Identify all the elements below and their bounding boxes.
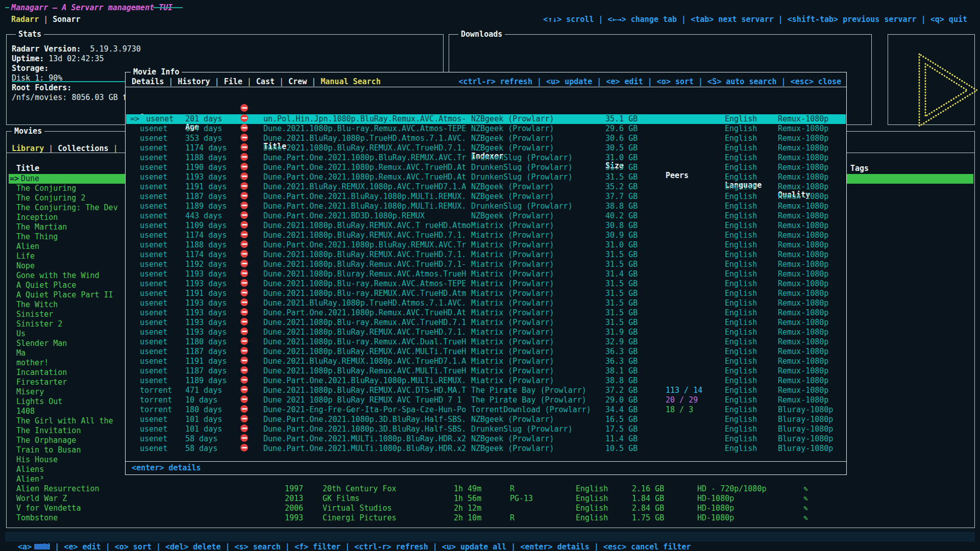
movie-title: Train to Busan [16,445,81,455]
release-source: usenet [140,434,167,444]
servarr-tab-radarr[interactable]: Radarr [11,15,39,24]
movie-info-tab-file[interactable]: File [224,77,242,86]
movies-tab-library[interactable]: Library [12,144,44,153]
movie-list-item[interactable]: World War Z2013GK Films1h 56mPG-13Englis… [9,494,973,504]
search-result-row[interactable]: usenet1174 daysDune.2021.1080p.BluRay.RE… [126,231,846,240]
search-result-row[interactable]: usenet1193 daysDune.2021.1080p.Blu-ray.R… [126,279,846,289]
movie-list-item[interactable]: Alien³ [9,474,973,484]
release-title: Dune.Part.One.2021.BluRay.1080p.MULTi.RE… [263,192,471,202]
stats-panel-title: Stats [16,30,44,39]
release-quality: Remux-1080p [778,269,828,279]
release-title: Dune.2021.1080p.BluRay.REMUX.AVC.TrueHD.… [263,328,471,337]
movie-runtime: 1h 49m [454,484,481,494]
release-indexer: NZBgeek (Prowlarr) [471,415,554,424]
search-result-row[interactable]: usenet1193 daysDune.2021.1080p.Bluray.Re… [126,269,846,279]
release-title: Dune.2021.BluRay.1080p.TrueHD.Atmos.7.1.… [263,134,471,143]
rejected-icon [240,202,248,209]
radarr-version-value: 5.19.3.9730 [90,44,140,54]
release-indexer: NZBgeek (Prowlarr) [471,444,554,454]
search-result-row[interactable]: usenet1187 daysDune.Part.One.2021.BluRay… [126,192,846,202]
root-folder-value: /nfs/movies: 8056.03 GB f [12,93,127,103]
search-result-row[interactable]: usenet1193 daysDune.2021.1080p.Blu-ray.R… [126,318,846,328]
release-size: 31.5 GB [605,172,638,182]
release-language: English [725,172,757,182]
release-quality: Remux-1080p [778,298,828,308]
movies-tab-collections[interactable]: Collections [58,144,108,153]
search-result-row[interactable]: usenet1191 daysDune.2021.1080p.Blu-ray.R… [126,289,846,298]
search-result-row[interactable]: usenet1193 daysDune.Part.One.2021.1080p.… [126,172,846,182]
movie-title: Ma [16,348,26,358]
movie-info-tab-history[interactable]: History [178,77,210,86]
search-result-row[interactable]: usenet1109 daysDune.2021.1080p.BluRay.RE… [126,221,846,231]
search-result-row[interactable]: usenet1174 daysDune.2021.1080p.BluRay.RE… [126,250,846,260]
search-result-row[interactable]: usenet58 daysDune.Part.One.2021.MULTi.10… [126,444,846,454]
release-indexer: NZBgeek (Prowlarr) [471,134,554,143]
release-size: 35.2 GB [605,182,638,192]
movie-info-tab-crew[interactable]: Crew [288,77,307,86]
search-result-row[interactable]: usenet1192 daysDune.2021.1080p.BluRay.Re… [126,260,846,269]
rejected-icon [240,357,248,364]
release-title: Dune-2021-Eng-Fre-Ger-Ita-Por-Spa-Cze-Hu… [263,405,471,415]
release-size: 31.5 GB [605,289,638,298]
search-result-row[interactable]: usenet1187 daysDune.2021.1080p.BluRay.Re… [126,366,846,376]
search-result-row[interactable]: usenet1191 daysDune.2021.BluRay.REMUX.10… [126,182,846,192]
search-result-row[interactable]: usenet1191 daysDune.2021.BluRay.REMUX.10… [126,357,846,366]
search-result-row[interactable]: usenet1188 daysDune.Part.One.2021.1080p.… [126,240,846,250]
release-source: usenet [140,172,167,182]
search-result-row[interactable]: usenet1180 daysDune.2021.1080p.Blu-ray.R… [126,337,846,347]
release-source: usenet [140,279,167,289]
search-result-row[interactable]: usenet353 daysDune.2021.BluRay.1080p.Tru… [126,134,846,143]
release-language: English [725,328,757,337]
release-size: 17.5 GB [605,424,638,434]
radarr-version-label: Radarr Version: [12,44,81,54]
search-result-row[interactable]: usenet1188 daysDune.Part.One.2021.1080p.… [126,153,846,163]
search-result-row[interactable]: usenet174 daysDune.2021.1080p.Blu-ray.Re… [126,124,846,134]
search-result-row[interactable]: usenet1189 daysDune.Part.One.2021.BluRay… [126,202,846,211]
release-peers: 113 / 14 [666,386,702,395]
search-result-row[interactable]: torrent180 daysDune-2021-Eng-Fre-Ger-Ita… [126,405,846,415]
servarr-tab-sonarr[interactable]: Sonarr [53,15,80,24]
release-source: usenet [140,163,167,172]
search-result-row[interactable]: usenet1193 daysDune.2021.1080p.BluRay.RE… [126,328,846,337]
search-result-row[interactable]: usenet1193 daysDune.2021.BluRay.1080p.Tr… [126,298,846,308]
release-title: Dune.2021.1080p.BluRay.Remux.AVC.TrueHD.… [263,260,471,269]
search-result-row[interactable]: usenet1193 daysDune.Part.One.2021.1080p.… [126,308,846,318]
release-quality: Remux-1080p [778,153,828,163]
movie-info-tab-manual-search[interactable]: Manual Search [321,77,380,86]
release-quality: Remux-1080p [778,328,828,337]
movie-list-item[interactable]: Alien Resurrection199720th Century Fox1h… [9,484,973,494]
search-result-row[interactable]: =>usenet201 daysun.Pol.Hin.Jpn.1080p.Blu… [126,114,846,124]
search-result-row[interactable]: usenet443 daysDune.Part.One.2021.BD3D.10… [126,211,846,221]
release-source: usenet [140,366,167,376]
release-indexer: NZBgeek (Prowlarr) [471,434,554,444]
search-result-row[interactable]: torrent10 daysDune 2021 1080p BluRay REM… [126,395,846,405]
movie-info-tab-details[interactable]: Details [132,77,164,86]
movie-rating: PG-13 [510,494,533,504]
search-result-row[interactable]: usenet58 daysDune.Part.One.2021.MULTi.10… [126,434,846,444]
search-result-row[interactable]: torrent471 daysDune.2021.1080p.BluRay.RE… [126,386,846,395]
release-source: usenet [140,250,167,260]
release-indexer: Miatrix (Prowlarr) [471,376,554,386]
movie-list-item[interactable]: V for Vendetta2006Virtual Studios2h 12mE… [9,504,973,513]
movie-year: 2013 [285,494,303,504]
release-language: English [725,182,757,192]
selection-marker: => [130,114,139,124]
movie-info-tab-cast[interactable]: Cast [256,77,275,86]
search-result-row[interactable]: usenet1189 daysDune.Part.One.2021.BluRay… [126,376,846,386]
release-source: usenet [140,308,167,318]
search-result-row[interactable]: usenet1187 daysDune.2021.1080p.BluRay.RE… [126,347,846,357]
search-result-row[interactable]: usenet101 daysDune.Part.One.2021.1080p.3… [126,415,846,424]
release-age: 1192 days [185,260,227,269]
release-language: English [725,202,757,211]
movie-title: The Witch [16,300,58,310]
release-size: 37.2 GB [605,386,638,395]
monitored-pencil-icon: ✎ [803,513,808,523]
search-result-row[interactable]: usenet1190 daysDune.Part.One.2021.1080p.… [126,163,846,172]
release-indexer: Miatrix (Prowlarr) [471,250,554,260]
movie-studio: 20th Century Fox [323,484,397,494]
rejected-icon [240,366,248,374]
release-size: 31.5 GB [605,308,638,318]
movie-list-item[interactable]: Tombstone1993Cinergi Pictures2h 10mREngl… [9,513,973,523]
search-result-row[interactable]: usenet101 daysDune.Part.One.2021.1080p.3… [126,424,846,434]
search-result-row[interactable]: usenet1174 daysDune.2021.1080p.BluRay.RE… [126,143,846,153]
